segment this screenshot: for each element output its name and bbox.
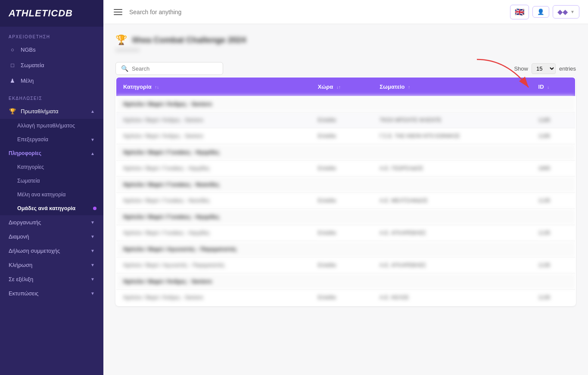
td-id: 1135 bbox=[532, 290, 576, 306]
show-label: Show bbox=[514, 65, 528, 72]
table-row: Ημίτελο / Βαρύ / Γυναίκες - Ηγερίδες Ελλ… bbox=[116, 161, 576, 177]
page-title: Ithea Combat Challenge 2024 bbox=[132, 35, 246, 45]
table-row: Ημίτελο / Βαρύ / Αγωνιστές - Παγκρατιστέ… bbox=[116, 257, 576, 273]
topbar: 🇬🇧 👤 ◆◆ ▼ bbox=[103, 0, 588, 24]
table-search-box[interactable]: 🔍 bbox=[115, 62, 223, 75]
page-trophy-icon: 🏆 bbox=[115, 34, 127, 46]
th-swmateio[interactable]: Σωματείο ↑ bbox=[373, 77, 531, 96]
sort-icon-swmateio: ↑ bbox=[408, 85, 410, 90]
sidebar: ATHLETICDB ΑΡΧΕΙΟΘΕΤΗΣΗ ○ NGBs □ Σωματεί… bbox=[0, 0, 103, 375]
td-swmateio: Α.Ε. ΜΕΛΤΣΑΦΔΟΣ bbox=[373, 193, 531, 209]
hamburger-line bbox=[114, 12, 122, 12]
sidebar-item-label: Δήλωση συμμετοχής bbox=[9, 248, 60, 254]
entries-select[interactable]: 15 10 25 50 100 bbox=[532, 63, 556, 74]
sidebar-item-omades[interactable]: Ομάδες ανά κατηγορία bbox=[0, 201, 103, 215]
td-id: 1185 bbox=[532, 112, 576, 128]
chevron-down-icon: ▼ bbox=[90, 263, 95, 267]
td-kategoria: Ημίτελο / Βαρύ / Άνδρες - Seniors bbox=[116, 128, 311, 144]
sidebar-item-label: Εκτυπώσεις bbox=[9, 290, 38, 297]
sidebar-item-allagi[interactable]: Αλλαγή πρωταθλήματος bbox=[0, 119, 103, 133]
sidebar-item-label: Σωματεία bbox=[21, 62, 44, 68]
swmateio-icon: □ bbox=[9, 61, 16, 69]
th-swmateio-label: Σωματείο bbox=[380, 84, 404, 90]
data-table: Κατηγορία ↑↓ Χώρα ↓↑ Σωματείο ↑ ID ↓ bbox=[115, 77, 576, 306]
page-header: 🏆 Ithea Combat Challenge 2024 bbox=[115, 34, 576, 46]
group-header-cell: Ημίτελο / Βαρύ / Αγωνιστές - Παγκρατιστέ… bbox=[116, 241, 576, 257]
td-id: 1135 bbox=[532, 257, 576, 273]
sidebar-item-label: Πληροφορίες bbox=[9, 150, 41, 156]
td-kategoria: Ημίτελο / Βαρύ / Γυναίκες - Νεανίδες bbox=[116, 193, 311, 209]
section-label-ekdilwseis: ΕΚΔΗΛΩΣΕΙΣ bbox=[0, 88, 103, 103]
sort-icon-id: ↓ bbox=[547, 85, 549, 90]
active-dot bbox=[93, 207, 96, 210]
td-swmateio: Α.Ε. ΓΕΩΡΣΑΔΟΣ bbox=[373, 161, 531, 177]
sidebar-item-plirofories[interactable]: Πληροφορίες ▲ bbox=[0, 146, 103, 160]
sidebar-item-label: Επεξεργασία bbox=[17, 136, 48, 143]
table-search-input[interactable] bbox=[132, 65, 218, 72]
sidebar-item-se-exelixh[interactable]: Σε εξέλιξη ▼ bbox=[0, 272, 103, 286]
td-swmateio: Α.Ε. ΑΓΚΑΡΕΒΛΕΣ bbox=[373, 225, 531, 241]
sidebar-item-label: Σωματεία bbox=[17, 178, 40, 184]
td-xwra: Ελλάδα bbox=[311, 161, 373, 177]
table-row: Ημίτελο / Βαρύ / Άνδρες - Seniors Ελλάδα… bbox=[116, 128, 576, 144]
group-header-cell: Ημίτελο / Βαρύ / Γυναίκες - Ηγερίδες bbox=[116, 209, 576, 225]
language-selector-button[interactable]: 🇬🇧 bbox=[510, 5, 529, 19]
chevron-up-icon: ▲ bbox=[90, 109, 95, 114]
meli-icon: ♟ bbox=[9, 77, 16, 84]
sidebar-item-diamoni[interactable]: Διαμονή ▼ bbox=[0, 229, 103, 244]
extra-actions-button[interactable]: ◆◆ ▼ bbox=[553, 5, 579, 19]
menu-toggle-button[interactable] bbox=[112, 7, 124, 17]
td-swmateio: ΤΚΟΛ ΜΠΟΛΤΕ ΦΛΕΝΤΕ bbox=[373, 112, 531, 128]
sidebar-item-prwtathlimata[interactable]: 🏆 Πρωταθλήματα ▲ bbox=[0, 103, 103, 119]
sidebar-item-epexergasia[interactable]: Επεξεργασία ▼ bbox=[0, 133, 103, 146]
group-header-cell: Ημίτελο / Βαρύ / Γυναίκες - Νεανίδες bbox=[116, 177, 576, 193]
user-profile-button[interactable]: 👤 bbox=[532, 6, 549, 18]
diamond-icon: ◆◆ bbox=[557, 8, 568, 16]
th-xwra[interactable]: Χώρα ↓↑ bbox=[311, 77, 373, 96]
td-kategoria: Ημίτελο / Βαρύ / Αγωνιστές - Παγκρατιστέ… bbox=[116, 257, 311, 273]
th-kategoria[interactable]: Κατηγορία ↑↓ bbox=[116, 77, 311, 96]
sidebar-item-label: Κατηγορίες bbox=[17, 164, 44, 170]
td-xwra: Ελλάδα bbox=[311, 257, 373, 273]
sidebar-item-klirwsi[interactable]: Κλήρωση ▼ bbox=[0, 258, 103, 272]
group-header-cell: Ημίτελο / Βαρύ / Άνδρες - Seniors bbox=[116, 96, 576, 112]
sidebar-item-swmateio[interactable]: □ Σωματεία bbox=[0, 57, 103, 73]
sidebar-item-ektypwseis[interactable]: Εκτυπώσεις ▼ bbox=[0, 286, 103, 301]
sidebar-item-label: Σε εξέλιξη bbox=[9, 276, 33, 282]
chevron-down-icon: ▼ bbox=[570, 9, 575, 14]
sidebar-item-label: Ομάδες ανά κατηγορία bbox=[17, 205, 75, 211]
app-logo[interactable]: ATHLETICDB bbox=[0, 0, 103, 27]
sidebar-item-dilwsi[interactable]: Δήλωση συμμετοχής ▼ bbox=[0, 244, 103, 258]
th-id[interactable]: ID ↓ bbox=[532, 77, 576, 96]
chevron-down-icon: ▼ bbox=[90, 137, 95, 142]
table-row: Ημίτελο / Βαρύ / Άνδρες - Seniors bbox=[116, 96, 576, 112]
group-header-cell: Ημίτελο / Βαρύ / Άνδρες - Seniors bbox=[116, 273, 576, 290]
sidebar-item-meli[interactable]: ♟ Μέλη bbox=[0, 73, 103, 88]
sidebar-item-diorganwtis[interactable]: Διοργανωτής ▼ bbox=[0, 215, 103, 229]
sidebar-item-label: Μέλη bbox=[21, 77, 34, 84]
main-content: 🇬🇧 👤 ◆◆ ▼ 🏆 Ithea Combat Challenge 2024 … bbox=[103, 0, 588, 375]
td-xwra: Ελλάδα bbox=[311, 128, 373, 144]
td-kategoria: Ημίτελο / Βαρύ / Γυναίκες - Ηγερίδες bbox=[116, 225, 311, 241]
global-search-input[interactable] bbox=[129, 9, 505, 15]
table-row: Ημίτελο / Βαρύ / Άνδρες - Seniors bbox=[116, 273, 576, 290]
th-id-label: ID bbox=[538, 84, 544, 90]
sidebar-item-label: Διαμονή bbox=[9, 233, 29, 240]
show-entries-control: Show 15 10 25 50 100 entries bbox=[514, 63, 576, 74]
td-id: 1135 bbox=[532, 193, 576, 209]
flag-uk-icon: 🇬🇧 bbox=[515, 7, 524, 17]
sidebar-item-swmateio-sub[interactable]: Σωματεία bbox=[0, 174, 103, 188]
sidebar-item-categories[interactable]: Κατηγορίες bbox=[0, 160, 103, 174]
td-id: 1665 bbox=[532, 161, 576, 177]
section-label-archeiothesi: ΑΡΧΕΙΟΘΕΤΗΣΗ bbox=[0, 27, 103, 42]
td-xwra: Ελλάδα bbox=[311, 193, 373, 209]
th-xwra-label: Χώρα bbox=[318, 84, 333, 90]
td-kategoria: Ημίτελο / Βαρύ / Άνδρες - Seniors bbox=[116, 112, 311, 128]
sidebar-item-ngbs[interactable]: ○ NGBs bbox=[0, 42, 103, 57]
sort-icon-kategoria: ↑↓ bbox=[155, 85, 159, 90]
table-row: Ημίτελο / Βαρύ / Γυναίκες - Ηγερίδες bbox=[116, 144, 576, 161]
sidebar-item-meli-ana[interactable]: Μέλη ανα κατηγορία bbox=[0, 188, 103, 201]
table-controls: 🔍 Show 15 10 25 50 100 entries bbox=[115, 62, 576, 75]
td-id: 1135 bbox=[532, 225, 576, 241]
td-xwra: Ελλάδα bbox=[311, 225, 373, 241]
